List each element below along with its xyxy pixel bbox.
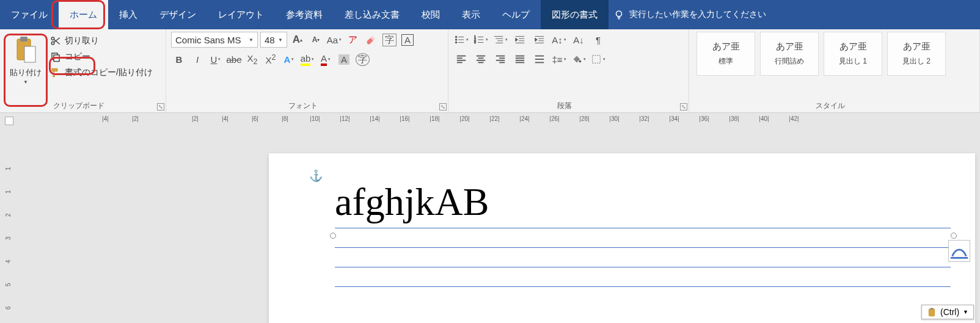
align-center-button[interactable] <box>473 51 489 67</box>
change-case-button[interactable]: Aa▾ <box>326 32 342 48</box>
tab-file[interactable]: ファイル <box>0 0 59 29</box>
anchor-icon: ⚓ <box>309 169 323 183</box>
tab-mailings[interactable]: 差し込み文書 <box>334 0 411 29</box>
tab-insert[interactable]: 挿入 <box>108 0 148 29</box>
style-name: 見出し 1 <box>839 56 867 67</box>
cut-button[interactable]: 切り取り <box>50 35 153 46</box>
font-name-combo[interactable]: Comic Sans MS ▼ <box>171 32 258 48</box>
tab-review[interactable]: 校閲 <box>411 0 451 29</box>
group-clipboard: 貼り付け ▼ 切り取り コピー 書式のコピー/貼り付け クリップボード ⤡ <box>0 29 166 112</box>
chevron-down-icon: ▼ <box>249 37 254 43</box>
format-painter-button[interactable]: 書式のコピー/貼り付け <box>50 67 153 78</box>
tab-help[interactable]: ヘルプ <box>491 0 541 29</box>
tab-home[interactable]: ホーム <box>59 0 108 29</box>
highlight-button[interactable]: ab▾ <box>299 51 315 67</box>
bullets-button[interactable]: ▾ <box>453 32 469 48</box>
tab-view[interactable]: 表示 <box>451 0 491 29</box>
justify-button[interactable] <box>512 51 528 67</box>
line-spacing-icon: ‡≡ <box>552 54 562 65</box>
phonetic-guide-button[interactable]: ア <box>345 32 360 48</box>
paste-button[interactable]: 貼り付け ▼ <box>5 32 46 101</box>
line-spacing-button[interactable]: ‡≡▾ <box>551 51 567 67</box>
group-paragraph: ▾ 123▾ ▾ A↕▾ A↓ ¶ ‡≡▾ ▾ ▾ 段落 ⤡ <box>448 29 689 112</box>
text-box[interactable]: afghjkAB <box>335 183 951 300</box>
font-color-icon: A <box>321 53 327 66</box>
tab-layout[interactable]: レイアウト <box>207 0 275 29</box>
tab-design[interactable]: デザイン <box>148 0 207 29</box>
paste-label: 貼り付け <box>10 67 42 78</box>
tab-references[interactable]: 参考資料 <box>275 0 334 29</box>
enclose-characters-button[interactable]: 字 <box>381 32 397 48</box>
style-heading2[interactable]: あア亜 見出し 2 <box>887 32 946 76</box>
underline-button[interactable]: U▾ <box>208 51 224 67</box>
page[interactable]: ⚓ afghjkAB <box>269 153 975 323</box>
pilcrow-icon: ¶ <box>596 35 601 45</box>
grow-font-button[interactable]: A▴ <box>290 32 305 48</box>
shading-button[interactable]: ▾ <box>571 51 587 67</box>
tab-selector[interactable] <box>5 117 13 125</box>
eraser-icon <box>365 34 376 45</box>
lightbulb-icon <box>613 9 624 20</box>
style-normal[interactable]: あア亜 標準 <box>697 32 755 76</box>
shrink-font-icon: A <box>312 35 318 44</box>
style-sample: あア亜 <box>839 41 867 53</box>
distributed-button[interactable] <box>532 51 547 67</box>
tell-me-search[interactable]: 実行したい作業を入力してください <box>613 0 766 29</box>
increase-indent-button[interactable] <box>532 32 547 48</box>
clear-formatting-button[interactable] <box>363 32 379 48</box>
scissors-icon <box>50 35 61 46</box>
tell-me-label: 実行したい作業を入力してください <box>629 9 766 20</box>
vertical-ruler[interactable]: 1 1 2 3 4 5 6 <box>11 153 22 316</box>
paste-options-button[interactable]: (Ctrl) ▼ <box>921 305 974 319</box>
paragraph-dialog-launcher[interactable]: ⤡ <box>680 103 687 111</box>
superscript-button[interactable]: X2 <box>263 51 279 67</box>
numbering-button[interactable]: 123▾ <box>473 32 489 48</box>
text-direction-button[interactable]: A↕▾ <box>551 32 567 48</box>
subscript-button[interactable]: X2 <box>244 51 260 67</box>
decrease-indent-button[interactable] <box>512 32 528 48</box>
strikethrough-button[interactable]: abe <box>226 51 242 67</box>
group-font: Comic Sans MS ▼ 48 ▼ A▴ A▾ Aa▾ ア 字 A B I… <box>166 29 448 112</box>
tab-shape-format[interactable]: 図形の書式 <box>541 0 609 29</box>
italic-icon: I <box>196 54 199 65</box>
superscript-icon: X2 <box>266 53 276 65</box>
character-border-button[interactable]: A <box>400 32 415 48</box>
font-dialog-launcher[interactable]: ⤡ <box>439 103 447 111</box>
selection-handle-left[interactable] <box>330 233 336 239</box>
clipboard-icon <box>927 307 937 317</box>
textbox-rule-line <box>335 267 951 280</box>
horizontal-ruler[interactable]: |4||2||2||4||6||8||10||12||14||16||18||2… <box>90 115 980 126</box>
bold-icon: B <box>176 54 183 65</box>
align-left-button[interactable] <box>453 51 469 67</box>
multilevel-list-button[interactable]: ▾ <box>492 32 508 48</box>
text-effects-button[interactable]: A▾ <box>281 51 297 67</box>
show-marks-button[interactable]: ¶ <box>590 32 606 48</box>
layout-options-button[interactable] <box>948 240 970 262</box>
textbox-content[interactable]: afghjkAB <box>335 183 951 222</box>
font-color-button[interactable]: A▾ <box>318 51 334 67</box>
underline-icon: U <box>211 54 218 65</box>
ribbon-tabs: ファイル ホーム 挿入 デザイン レイアウト 参考資料 差し込み文書 校閲 表示… <box>0 0 980 29</box>
indent-icon <box>534 34 545 45</box>
borders-button[interactable]: ▾ <box>590 51 606 67</box>
font-size-combo[interactable]: 48 ▼ <box>260 32 287 48</box>
style-no-spacing[interactable]: あア亜 行間詰め <box>760 32 819 76</box>
bold-button[interactable]: B <box>171 51 187 67</box>
style-heading1[interactable]: あア亜 見出し 1 <box>824 32 882 76</box>
align-right-button[interactable] <box>492 51 508 67</box>
svg-rect-7 <box>54 55 59 62</box>
shrink-font-button[interactable]: A▾ <box>308 32 324 48</box>
font-size-value: 48 <box>265 35 275 45</box>
svg-rect-2 <box>20 37 27 42</box>
character-shading-button[interactable]: A <box>336 51 352 67</box>
enclose-combined-button[interactable]: 字 <box>354 51 370 67</box>
paste-options-label: (Ctrl) <box>940 307 959 317</box>
styles-gallery: あア亜 標準 あア亜 行間詰め あア亜 見出し 1 あア亜 見出し 2 <box>697 32 946 101</box>
copy-label: コピー <box>65 51 90 62</box>
copy-button[interactable]: コピー <box>50 51 153 62</box>
sort-button[interactable]: A↓ <box>571 32 587 48</box>
selection-handle-right[interactable] <box>951 233 957 239</box>
document-area: 1 1 2 3 4 5 6 ⚓ afghjkAB <box>0 129 980 323</box>
italic-button[interactable]: I <box>189 51 205 67</box>
clipboard-dialog-launcher[interactable]: ⤡ <box>157 103 164 111</box>
